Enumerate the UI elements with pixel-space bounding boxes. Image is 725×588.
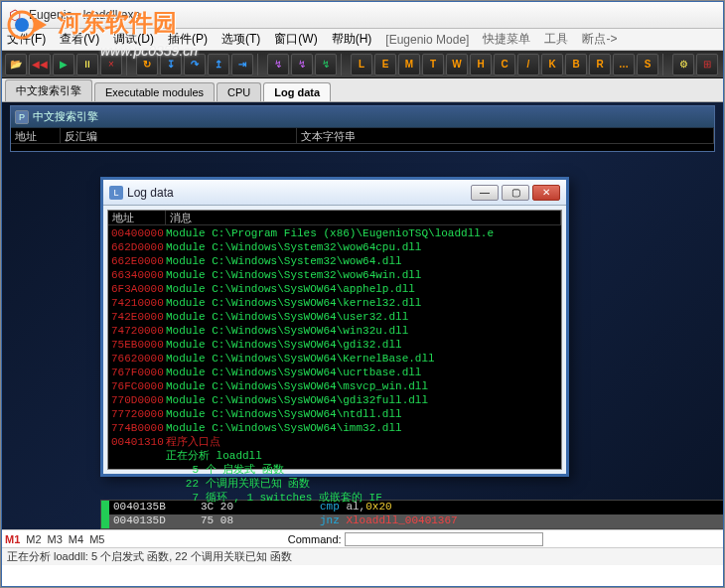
log-row[interactable]: 774B0000Module C:\Windows\SysWOW64\imm32… — [108, 421, 561, 435]
toolbar-ellipsis-button[interactable]: … — [613, 54, 635, 75]
log-row[interactable]: 76620000Module C:\Windows\SysWOW64\Kerne… — [108, 352, 561, 366]
menu-item[interactable]: 断点-> — [582, 31, 617, 48]
log-row[interactable]: 6F3A0000Module C:\Windows\SysWOW64\apphe… — [108, 282, 561, 296]
toolbar-restart-icon[interactable]: ↻ — [136, 54, 158, 75]
log-row[interactable]: 66340000Module C:\Windows\System32\wow64… — [108, 268, 561, 282]
toolbar-animate-icon[interactable]: ↯ — [315, 54, 337, 75]
toolbar-b-button[interactable]: B — [565, 54, 587, 75]
toolbar-settings-icon[interactable]: ⚙ — [672, 54, 694, 75]
log-row[interactable]: 742E0000Module C:\Windows\SysWOW64\user3… — [108, 310, 561, 324]
menu-item[interactable]: 帮助(H) — [332, 31, 372, 48]
toolbar-open-icon[interactable]: 📂 — [5, 54, 27, 75]
log-columns: 地址 消息 — [108, 211, 561, 225]
app-icon: ⬡ — [7, 7, 23, 23]
col-address[interactable]: 地址 — [11, 128, 61, 143]
log-row[interactable]: 662E0000Module C:\Windows\System32\wow64… — [108, 254, 561, 268]
toolbar-slash-button[interactable]: / — [517, 54, 539, 75]
log-body[interactable]: 00400000Module C:\Program Files (x86)\Eu… — [108, 225, 561, 506]
log-row[interactable]: 75EB0000Module C:\Windows\SysWOW64\gdi32… — [108, 338, 561, 352]
tabbar: 中文搜索引擎Executable modulesCPULog data — [1, 78, 724, 102]
menu-item[interactable]: 调试(D) — [113, 31, 154, 48]
menu-item[interactable]: 选项(T) — [221, 31, 260, 48]
toolbar-rewind-icon[interactable]: ◀◀ — [29, 54, 51, 75]
command-label: Command: — [288, 533, 342, 545]
log-row[interactable]: 77720000Module C:\Windows\SysWOW64\ntdll… — [108, 407, 561, 421]
memory-tab[interactable]: M3 — [48, 533, 63, 545]
toolbar: 📂 ◀◀ ▶ ⏸ × ↻ ↧ ↷ ↥ ⇥ ↯ ↯ ↯ L E M T W H C… — [1, 51, 724, 78]
toolbar-step-out-icon[interactable]: ↥ — [208, 54, 229, 75]
workspace: P 中文搜索引擎 地址 反汇编 文本字符串 L Log data — ▢ ✕ 地… — [1, 102, 724, 529]
memory-tab[interactable]: M1 — [5, 533, 20, 545]
col-disasm[interactable]: 反汇编 — [61, 128, 297, 143]
toolbar-m-button[interactable]: M — [398, 54, 420, 75]
toolbar-e-button[interactable]: E — [374, 54, 396, 75]
tab[interactable]: CPU — [217, 82, 261, 101]
tab[interactable]: Log data — [263, 82, 331, 101]
toolbar-trace2-icon[interactable]: ↯ — [291, 54, 313, 75]
log-row[interactable]: 76FC0000Module C:\Windows\SysWOW64\msvcp… — [108, 379, 561, 393]
menu-item[interactable]: 窗口(W) — [274, 31, 317, 48]
col-string[interactable]: 文本字符串 — [297, 128, 714, 143]
asm-line[interactable]: 0040135D75 08jnz Xloaddll_00401367 — [101, 514, 723, 528]
toolbar-r-button[interactable]: R — [589, 54, 611, 75]
toolbar-w-button[interactable]: W — [446, 54, 468, 75]
toolbar-l-button[interactable]: L — [351, 54, 372, 75]
log-row[interactable]: 662D0000Module C:\Windows\System32\wow64… — [108, 240, 561, 254]
search-panel-title: 中文搜索引擎 — [33, 109, 98, 124]
menubar: 文件(F)查看(V)调试(D)插件(P)选项(T)窗口(W)帮助(H)[Euge… — [1, 29, 724, 51]
log-title: Log data — [127, 186, 471, 200]
memory-tab[interactable]: M5 — [89, 533, 104, 545]
memory-tab[interactable]: M4 — [69, 533, 83, 545]
statusbar: 正在分析 loaddll: 5 个启发式 函数, 22 个调用关联已知 函数 — [1, 547, 724, 565]
window-title: Eugenio - loaddll.exe — [29, 8, 140, 22]
tab[interactable]: 中文搜索引擎 — [5, 79, 92, 101]
menu-item[interactable]: 插件(P) — [168, 31, 208, 48]
log-window: L Log data — ▢ ✕ 地址 消息 00400000Module C:… — [100, 177, 569, 477]
log-row[interactable]: 74720000Module C:\Windows\SysWOW64\win32… — [108, 324, 561, 338]
log-titlebar[interactable]: L Log data — ▢ ✕ — [103, 180, 566, 206]
menu-item[interactable]: 工具 — [544, 31, 568, 48]
close-button[interactable]: ✕ — [532, 185, 560, 201]
tab[interactable]: Executable modules — [94, 82, 215, 101]
memory-tabs-row: M1M2M3M4M5Command: — [1, 529, 724, 547]
search-panel: P 中文搜索引擎 地址 反汇编 文本字符串 — [10, 105, 715, 152]
log-row[interactable]: 770D0000Module C:\Windows\SysWOW64\gdi32… — [108, 393, 561, 407]
toolbar-stop-icon[interactable]: × — [100, 54, 122, 75]
log-badge-icon: L — [109, 186, 123, 200]
menu-item[interactable]: [Eugenio Mode] — [385, 33, 469, 47]
toolbar-c-button[interactable]: C — [494, 54, 515, 75]
log-row[interactable]: 7 循环 , 1 switches 或嵌套的 IF — [108, 491, 561, 505]
toolbar-grid-icon[interactable]: ⊞ — [696, 54, 718, 75]
command-input[interactable] — [345, 532, 543, 546]
menu-item[interactable]: 快捷菜单 — [483, 31, 530, 48]
titlebar: ⬡ Eugenio - loaddll.exe — [1, 1, 724, 29]
toolbar-t-button[interactable]: T — [422, 54, 444, 75]
toolbar-h-button[interactable]: H — [470, 54, 492, 75]
toolbar-k-button[interactable]: K — [541, 54, 563, 75]
log-col-message[interactable]: 消息 — [166, 211, 561, 224]
log-row[interactable]: 22 个调用关联已知 函数 — [108, 477, 561, 491]
menu-item[interactable]: 查看(V) — [60, 31, 99, 48]
toolbar-trace-icon[interactable]: ↯ — [267, 54, 289, 75]
toolbar-step-over-icon[interactable]: ↷ — [184, 54, 206, 75]
toolbar-run-to-icon[interactable]: ⇥ — [231, 54, 253, 75]
log-row[interactable]: 767F0000Module C:\Windows\SysWOW64\ucrtb… — [108, 366, 561, 379]
log-row[interactable]: 正在分析 loaddll — [108, 449, 561, 463]
memory-tab[interactable]: M2 — [26, 533, 41, 545]
toolbar-step-into-icon[interactable]: ↧ — [160, 54, 182, 75]
panel-badge-icon: P — [15, 110, 29, 124]
toolbar-s-button[interactable]: S — [637, 54, 658, 75]
search-columns: 地址 反汇编 文本字符串 — [11, 128, 714, 144]
log-row[interactable]: 5 个 启发式 函数 — [108, 463, 561, 477]
log-row[interactable]: 00400000Module C:\Program Files (x86)\Eu… — [108, 226, 561, 240]
toolbar-play-icon[interactable]: ▶ — [53, 54, 74, 75]
minimize-button[interactable]: — — [471, 185, 499, 201]
log-row[interactable]: 00401310程序入口点 — [108, 435, 561, 449]
maximize-button[interactable]: ▢ — [502, 185, 529, 201]
log-row[interactable]: 74210000Module C:\Windows\SysWOW64\kerne… — [108, 296, 561, 310]
log-col-address[interactable]: 地址 — [108, 211, 166, 224]
menu-item[interactable]: 文件(F) — [7, 31, 46, 48]
toolbar-pause-icon[interactable]: ⏸ — [76, 54, 98, 75]
